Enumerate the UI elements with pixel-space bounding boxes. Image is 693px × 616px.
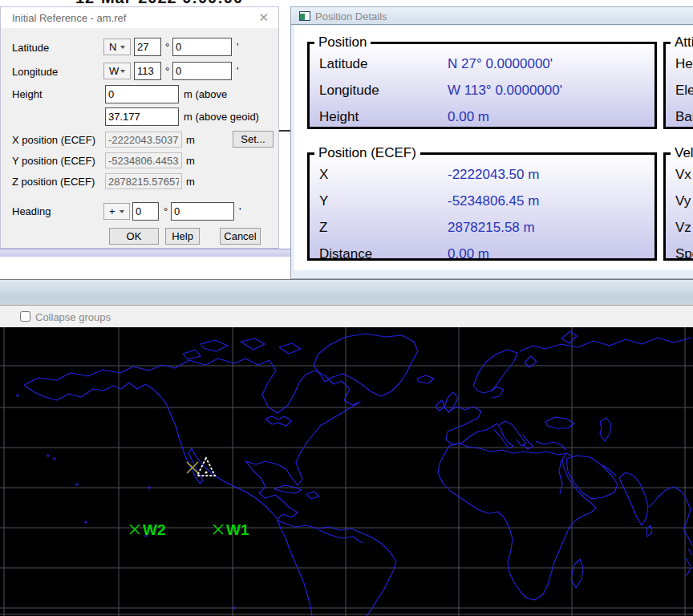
longitude-degree-symbol: ° — [165, 65, 169, 77]
latitude-hemisphere-value: N — [109, 41, 116, 53]
clipped-time-display: 12-Mar-2022 0:00:00 — [75, 0, 276, 6]
row-value: 0.00 m — [448, 109, 489, 125]
row-label: Latitude — [319, 56, 368, 72]
height-label: Height — [12, 88, 43, 100]
initial-reference-dialog: Initial Reference - am.ref ✕ Latitude N … — [0, 6, 279, 249]
world-coastlines — [17, 331, 692, 616]
heading-sign-select[interactable]: + — [103, 203, 130, 220]
row-label: Elev — [675, 83, 693, 99]
latitude-label: Latitude — [12, 42, 49, 54]
row-label: Y — [319, 193, 328, 209]
collapse-groups-checkbox[interactable] — [20, 311, 30, 322]
initial-reference-titlebar[interactable]: Initial Reference - am.ref ✕ — [1, 7, 278, 28]
z-ecef-input — [105, 173, 182, 189]
position-details-titlebar[interactable]: Position Details — [291, 7, 693, 25]
table-row: Elev — [666, 77, 693, 103]
y-ecef-unit-label: m — [186, 155, 195, 167]
table-row: Hea — [666, 51, 693, 77]
collapse-groups-label: Collapse groups — [35, 311, 111, 323]
longitude-hemisphere-value: W — [109, 65, 119, 77]
height-unit-label: m (above — [184, 88, 227, 100]
help-button[interactable]: Help — [165, 228, 200, 245]
latitude-minutes-input[interactable] — [172, 38, 232, 56]
table-row: Y -5234806.45 m — [310, 188, 654, 214]
row-label: X — [319, 167, 328, 183]
height-input[interactable] — [105, 85, 179, 103]
table-row: Distance 0.00 m — [310, 241, 654, 267]
row-value: N 27° 0.0000000' — [448, 56, 553, 72]
x-ecef-label: X position (ECEF) — [12, 134, 95, 146]
heading-label: Heading — [12, 205, 51, 217]
attitude-group: Atti Hea Elev Ban — [663, 34, 693, 129]
table-row: Spe — [666, 241, 693, 267]
row-value: W 113° 0.0000000' — [448, 83, 562, 99]
latitude-hemisphere-select[interactable]: N — [103, 38, 131, 55]
position-ecef-group-title: Position (ECEF) — [314, 145, 420, 161]
position-ecef-group: Position (ECEF) X -2222043.50 m Y -52348… — [307, 145, 657, 261]
longitude-degrees-input[interactable] — [134, 62, 161, 80]
close-icon[interactable]: ✕ — [258, 10, 269, 25]
window-title: Position Details — [315, 10, 387, 22]
table-row: X -2222043.50 m — [310, 161, 654, 188]
set-button[interactable]: Set... — [233, 131, 274, 148]
row-label: Hea — [675, 56, 693, 72]
y-ecef-input — [105, 152, 182, 168]
heading-minutes-input[interactable] — [171, 202, 234, 221]
table-row: Ban — [666, 103, 693, 130]
table-row: Latitude N 27° 0.0000000' — [310, 51, 654, 77]
latitude-degrees-input[interactable] — [134, 38, 161, 56]
velocity-group-title: Velo — [671, 145, 693, 161]
background-line-fragment — [279, 130, 290, 132]
latitude-degree-symbol: ° — [165, 41, 169, 53]
row-label: Distance — [319, 246, 372, 262]
row-value: -5234806.45 m — [448, 193, 539, 209]
longitude-hemisphere-select[interactable]: W — [103, 63, 131, 79]
toolbar-band — [0, 279, 693, 306]
position-group: Position Latitude N 27° 0.0000000' Longi… — [307, 34, 657, 129]
dialog-title: Initial Reference - am.ref — [12, 12, 126, 24]
chevron-down-icon — [120, 210, 124, 213]
attitude-group-title: Atti — [671, 34, 693, 51]
table-row: Z 2878215.58 m — [310, 214, 654, 241]
x-ecef-input — [105, 132, 182, 148]
position-group-title: Position — [314, 34, 371, 51]
height-geoid-input[interactable] — [105, 107, 179, 126]
table-row: Height 0.00 m — [310, 103, 654, 130]
heading-minute-symbol: ' — [239, 205, 241, 217]
window-icon — [299, 11, 310, 21]
position-details-window: Position Details Position Latitude N 27°… — [290, 6, 693, 279]
cancel-button[interactable]: Cancel — [220, 228, 261, 245]
ok-button[interactable]: OK — [109, 228, 159, 245]
map-view[interactable]: W2 W1 — [0, 327, 693, 616]
longitude-minute-symbol: ' — [237, 65, 238, 77]
table-row: Vz — [666, 214, 693, 241]
row-label: Longitude — [319, 83, 379, 99]
time-text: 12-Mar-2022 0:00:00 — [75, 0, 276, 6]
map-grid — [0, 327, 693, 616]
waypoint-w2: W2 — [130, 521, 166, 538]
waypoint-label: W2 — [143, 521, 166, 538]
height-geoid-unit-label: m (above geoid) — [184, 111, 259, 123]
waypoint-label: W1 — [226, 521, 249, 538]
chevron-down-icon — [120, 46, 125, 49]
chevron-down-icon — [120, 70, 125, 73]
longitude-label: Longitude — [12, 66, 58, 78]
z-ecef-unit-label: m — [186, 176, 195, 188]
row-label: Vz — [675, 220, 691, 236]
row-value: -2222043.50 m — [448, 167, 539, 183]
row-label: Vy — [675, 193, 691, 209]
heading-degree-symbol: ° — [164, 205, 168, 217]
row-value: 0.00 m — [448, 246, 489, 262]
background-window-fragment — [0, 249, 290, 257]
heading-degrees-input[interactable] — [132, 202, 159, 221]
row-value: 2878215.58 m — [448, 220, 535, 236]
row-label: Spe — [675, 246, 693, 262]
waypoint-w1: W1 — [213, 521, 249, 538]
longitude-minutes-input[interactable] — [172, 62, 232, 80]
table-row: Vx — [666, 161, 693, 188]
x-ecef-unit-label: m — [186, 134, 195, 146]
y-ecef-label: Y position (ECEF) — [12, 155, 95, 167]
table-row: Longitude W 113° 0.0000000' — [310, 77, 654, 103]
table-row: Vy — [666, 188, 693, 214]
latitude-minute-symbol: ' — [237, 41, 238, 53]
